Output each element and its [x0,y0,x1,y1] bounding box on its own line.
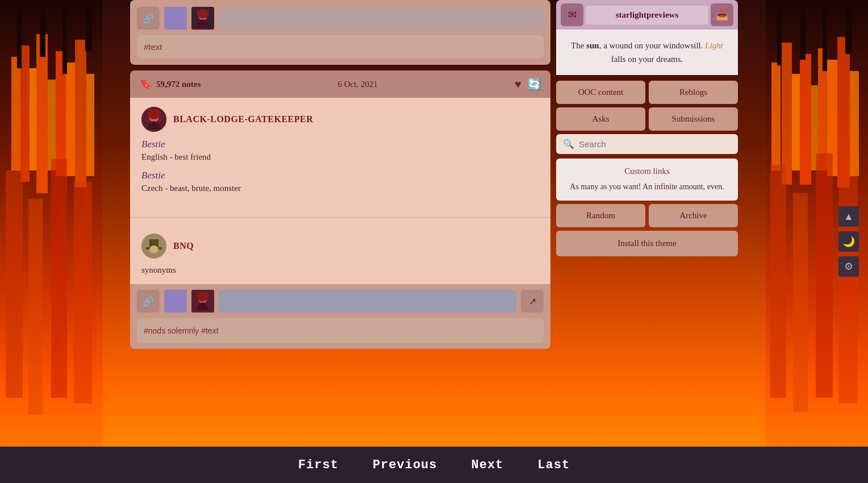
last-link[interactable]: Last [537,458,570,472]
custom-links-title: Custom links [564,166,730,176]
sidebar: ✉ starlightpreviews 📥 The sun, a wound o… [556,0,738,256]
user-avatar-top [191,7,214,30]
post-top: 🔗 [130,0,550,65]
post-entry-2: BNQ synonyms [130,224,550,284]
search-input[interactable] [579,139,731,149]
top-controls: 🔗 [137,7,544,30]
asks-button[interactable]: Asks [556,107,645,131]
like-button[interactable]: ♥ [515,78,521,91]
next-link[interactable]: Next [471,458,504,472]
bottom-controls: 🔗 ↗ [137,290,544,313]
reblogs-button[interactable]: Reblogs [649,81,738,104]
tag-area-top [137,35,544,58]
right-side-buttons: ▲ 🌙 ⚙ [838,206,859,277]
word-def-2: Czech - beast, brute, monster [141,184,539,193]
custom-links-desc: As many as you want! An infinite amount,… [564,181,730,193]
avatar-blg [141,107,166,132]
link-button-bottom[interactable]: 🔗 [137,290,160,313]
username-blg[interactable]: BLACK-LODGE-GATEKEEPER [173,114,313,124]
previous-link[interactable]: Previous [373,458,437,472]
text-input-bottom[interactable] [219,290,516,313]
word-def-1: English - best friend [141,152,539,162]
post-card-inner: 🔖 59,972 notes 6 Oct, 2021 ♥ 🔄 [130,70,550,349]
main-container: 🔗 [0,0,868,483]
purple-avatar-bottom [164,290,187,313]
theme-toggle-button[interactable]: 🌙 [838,231,859,252]
submissions-button[interactable]: Submissions [649,107,738,131]
nav-buttons: OOC content Reblogs Asks Submissions [556,81,738,131]
purple-avatar-top [164,7,187,30]
ooc-content-button[interactable]: OOC content [556,81,645,104]
nav-bar: First Previous Next Last [0,447,868,483]
post-user-1: BLACK-LODGE-GATEKEEPER [141,107,539,132]
tag-input-top[interactable] [137,35,544,58]
bookmark-icon: 🔖 [139,78,152,90]
settings-button[interactable]: ⚙ [838,256,859,277]
archive-button[interactable]: Archive [649,204,738,227]
post-date: 6 Oct, 2021 [338,80,378,89]
svg-point-45 [149,245,158,253]
username-bnq[interactable]: BNQ [173,241,194,251]
tag-area-bottom [137,318,544,343]
install-theme-button[interactable]: Install this theme [556,231,738,256]
search-icon: 🔍 [563,139,574,149]
link-button-top[interactable]: 🔗 [137,7,160,30]
post-content-2: synonyms [141,265,539,275]
reblog-button[interactable]: 🔄 [527,77,541,91]
post-actions: ♥ 🔄 [515,77,541,91]
first-link[interactable]: First [298,458,339,472]
post-divider [130,217,550,218]
post-header: 🔖 59,972 notes 6 Oct, 2021 ♥ 🔄 [130,70,550,98]
inbox-icon: 📥 [716,9,728,21]
blog-column: 🔗 [130,0,550,349]
mail-button[interactable]: ✉ [561,3,583,26]
mail-icon: ✉ [568,9,577,21]
avatar-bnq [141,234,166,259]
word-title-1: Bestie [141,139,539,150]
user-avatar-bottom [191,290,214,313]
sun-word: sun [586,41,599,50]
post-user-2: BNQ [141,234,539,259]
synonym-text: synonyms [141,265,539,275]
post-content-1: Bestie English - best friend Bestie Czec… [141,139,539,193]
search-container: 🔍 [556,134,738,154]
text-input-top[interactable] [219,7,544,30]
light-word: Light [705,41,723,50]
custom-links-box: Custom links As many as you want! An inf… [556,159,738,201]
post-body: BLACK-LODGE-GATEKEEPER Bestie English - … [130,98,550,284]
blog-header: ✉ starlightpreviews 📥 [556,0,738,30]
bottom-buttons: Random Archive [556,204,738,227]
scroll-up-button[interactable]: ▲ [838,206,859,227]
tag-input-bottom[interactable] [137,318,544,343]
post-card: 🔖 59,972 notes 6 Oct, 2021 ♥ 🔄 [130,70,550,349]
share-button[interactable]: ↗ [521,290,544,313]
random-button[interactable]: Random [556,204,645,227]
notes-count: 59,972 notes [156,80,201,89]
post-footer: 🔗 ↗ [130,284,550,349]
post-entry-1: BLACK-LODGE-GATEKEEPER Bestie English - … [130,98,550,210]
post-notes: 🔖 59,972 notes [139,78,201,90]
word-title-2: Bestie [141,170,539,181]
inbox-button[interactable]: 📥 [711,3,733,26]
blog-title: starlightpreviews [586,6,708,24]
blog-description: The sun, a wound on your windowsill. Lig… [556,30,738,75]
